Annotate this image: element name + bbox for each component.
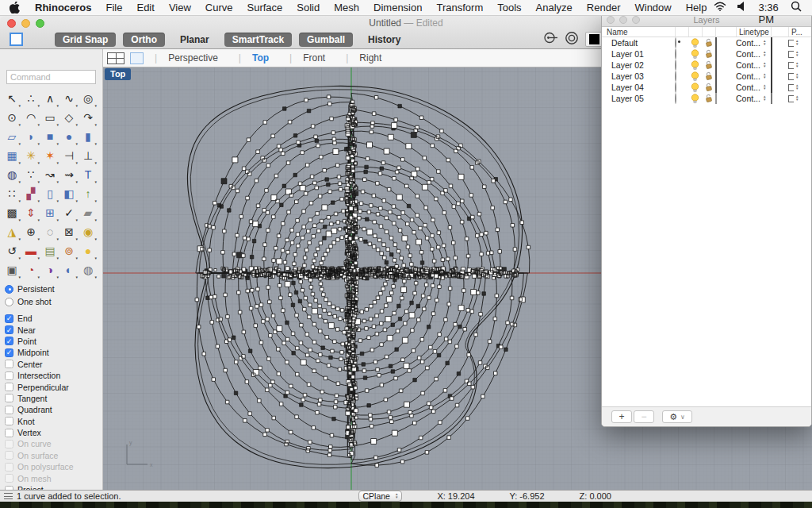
copy-icon[interactable]: ⊞▾ bbox=[40, 203, 59, 222]
toolbar-button-ortho[interactable]: Ortho bbox=[123, 33, 165, 47]
toolbar-button-planar[interactable]: Planar bbox=[172, 33, 217, 47]
osnap-check-perpendicular[interactable]: Perpendicular bbox=[5, 381, 102, 392]
checkbox-icon[interactable]: ✓ bbox=[5, 348, 13, 357]
checkbox-icon[interactable] bbox=[5, 383, 13, 391]
menu-item-tools[interactable]: Tools bbox=[490, 2, 528, 13]
lamp-icon[interactable]: ●▾ bbox=[79, 241, 98, 260]
star-icon[interactable]: ✳▾ bbox=[21, 146, 40, 165]
menu-item-dimension[interactable]: Dimension bbox=[366, 2, 429, 13]
layer-print-width[interactable]: ▲▼ bbox=[788, 95, 807, 102]
osnap-check-vertex[interactable]: Vertex bbox=[5, 427, 102, 438]
current-layer-radio[interactable] bbox=[675, 60, 676, 71]
scale-icon[interactable]: ⇕▾ bbox=[21, 203, 40, 222]
layer-name[interactable]: Layer 04 bbox=[602, 83, 675, 92]
color-wheel-icon[interactable]: ◑▾ bbox=[40, 260, 59, 279]
osnap-check-quadrant[interactable]: Quadrant bbox=[5, 404, 102, 415]
layer-visibility-toggle[interactable] bbox=[688, 94, 702, 104]
current-layer-cell[interactable] bbox=[675, 94, 688, 103]
layer-print-color-cell[interactable] bbox=[771, 38, 788, 48]
zoom-selected-icon[interactable]: ◉▾ bbox=[79, 222, 98, 241]
block-icon[interactable]: ▞▾ bbox=[21, 184, 40, 203]
layer-visibility-toggle[interactable] bbox=[688, 38, 702, 48]
select-arrow-icon[interactable]: ↖▾ bbox=[2, 89, 21, 108]
toolbar-button-grid-snap[interactable]: Grid Snap bbox=[55, 33, 116, 47]
layer-print-width[interactable]: ▲▼ bbox=[788, 84, 807, 91]
layer-print-color-cell[interactable] bbox=[771, 71, 788, 81]
rebuild-icon[interactable]: ↝▾ bbox=[40, 165, 59, 184]
layer-name[interactable]: Layer 03 bbox=[602, 71, 675, 81]
current-layer-radio[interactable] bbox=[675, 82, 676, 93]
menu-item-file[interactable]: File bbox=[99, 2, 130, 13]
layer-linetype[interactable]: Cont...▲▼ bbox=[736, 60, 771, 70]
osnap-check-near[interactable]: ✓Near bbox=[5, 324, 102, 335]
viewport-tab-front[interactable]: Front bbox=[293, 52, 335, 64]
zoom-in-icon[interactable]: ⊕▾ bbox=[21, 222, 40, 241]
checkbox-icon[interactable] bbox=[5, 440, 13, 448]
circle-icon[interactable]: ◎▾ bbox=[79, 89, 98, 108]
checkbox-icon[interactable]: ✓ bbox=[5, 314, 13, 323]
sphere-icon[interactable]: ●▾ bbox=[59, 127, 79, 146]
record-history-icon[interactable] bbox=[543, 31, 558, 48]
polyline-icon[interactable]: ∧▾ bbox=[40, 89, 59, 108]
car-icon[interactable]: ▬▾ bbox=[21, 241, 40, 260]
osnap-check-on-mesh[interactable]: On mesh bbox=[5, 472, 102, 483]
delete-layer-button[interactable]: − bbox=[634, 410, 654, 423]
layer-lock-toggle[interactable] bbox=[702, 49, 715, 59]
osnap-check-midpoint[interactable]: ✓Midpoint bbox=[5, 347, 102, 358]
layer-row-layer-05[interactable]: Layer 05Cont...▲▼▲▼ bbox=[602, 93, 811, 104]
layer-color-cell[interactable] bbox=[715, 83, 736, 92]
extend-icon[interactable]: ⇝▾ bbox=[59, 165, 79, 184]
layer-lock-toggle[interactable] bbox=[702, 71, 715, 81]
shear-icon[interactable]: ▰▾ bbox=[79, 203, 98, 222]
print-color-diamond[interactable] bbox=[771, 37, 772, 48]
spotlight-search-icon[interactable] bbox=[791, 1, 802, 14]
column-print[interactable]: P... bbox=[788, 27, 807, 37]
osnap-radio-persistent[interactable]: Persistent bbox=[5, 283, 102, 295]
current-layer-cell[interactable] bbox=[675, 60, 688, 70]
menubar-clock[interactable]: Wed 3:36 PM bbox=[758, 0, 779, 25]
layer-print-color-cell[interactable] bbox=[771, 60, 788, 70]
panel-minimize-button[interactable] bbox=[619, 16, 627, 24]
layer-color-cell[interactable] bbox=[715, 71, 736, 81]
layer-print-color-cell[interactable] bbox=[771, 94, 788, 103]
cone-icon[interactable]: ◮▾ bbox=[2, 222, 21, 241]
layer-name[interactable]: Default bbox=[602, 38, 675, 48]
rectangle-icon[interactable]: ▭▾ bbox=[40, 108, 59, 127]
surface-icon[interactable]: ▱▾ bbox=[2, 127, 21, 146]
ellipse-icon[interactable]: ⊙▾ bbox=[2, 108, 21, 127]
checkbox-icon[interactable] bbox=[5, 451, 13, 460]
layer-visibility-toggle[interactable] bbox=[688, 60, 702, 71]
undo-view-icon[interactable]: ↺▾ bbox=[2, 241, 21, 260]
layer-name[interactable]: Layer 01 bbox=[602, 49, 675, 59]
apple-logo-icon[interactable] bbox=[10, 2, 20, 13]
column-linetype[interactable]: Linetype bbox=[736, 27, 771, 37]
layer-print-color-cell[interactable] bbox=[771, 49, 788, 59]
layer-print-width[interactable]: ▲▼ bbox=[788, 51, 807, 58]
layer-linetype[interactable]: Cont...▲▼ bbox=[736, 71, 771, 81]
single-viewport-layout-icon[interactable] bbox=[130, 52, 144, 64]
current-layer-cell[interactable] bbox=[675, 71, 688, 81]
current-layer-radio[interactable] bbox=[675, 93, 676, 104]
check-icon[interactable]: ✓▾ bbox=[59, 203, 79, 222]
layer-settings-button[interactable]: ⚙ ∨ bbox=[662, 410, 692, 423]
menu-item-transform[interactable]: Transform bbox=[429, 2, 490, 13]
menu-item-solid[interactable]: Solid bbox=[289, 2, 327, 13]
menu-item-render[interactable]: Render bbox=[580, 2, 628, 13]
command-history-icon[interactable] bbox=[4, 493, 13, 499]
checkbox-icon[interactable] bbox=[5, 371, 13, 380]
checkbox-icon[interactable] bbox=[5, 463, 13, 471]
layer-linetype[interactable]: Cont...▲▼ bbox=[736, 38, 771, 48]
layer-linetype[interactable]: Cont...▲▼ bbox=[736, 49, 771, 59]
menu-item-mesh[interactable]: Mesh bbox=[327, 2, 366, 13]
print-color-diamond[interactable] bbox=[771, 48, 772, 60]
boolean-icon[interactable]: ◍▾ bbox=[2, 165, 21, 184]
layer-name[interactable]: Layer 02 bbox=[602, 60, 675, 70]
layer-color-swatch[interactable] bbox=[715, 71, 717, 82]
current-layer-radio[interactable] bbox=[675, 48, 676, 60]
osnap-check-on-polysurface[interactable]: On polysurface bbox=[5, 461, 102, 472]
layer-row-default[interactable]: DefaultCont...▲▼▲▼ bbox=[602, 37, 811, 48]
pie-icon[interactable]: ◔▾ bbox=[21, 260, 40, 279]
layer-row-layer-02[interactable]: Layer 02Cont...▲▼▲▼ bbox=[602, 60, 811, 71]
explode-icon[interactable]: ✶▾ bbox=[40, 146, 59, 165]
layer-color-swatch[interactable] bbox=[715, 48, 717, 60]
